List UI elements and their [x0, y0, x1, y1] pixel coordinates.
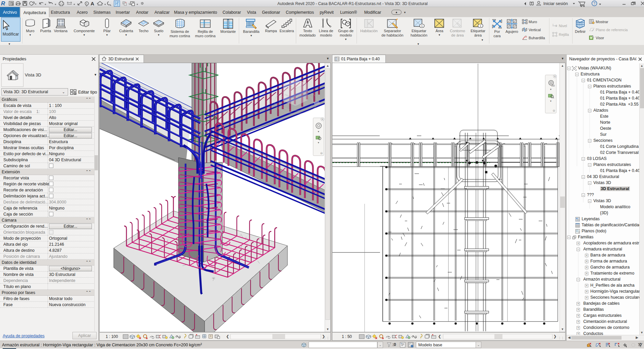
svg-text:1: 1: [480, 24, 481, 27]
svg-text:?: ?: [593, 1, 595, 5]
svg-text:2D: 2D: [551, 84, 555, 87]
svg-text:R: R: [1, 0, 5, 7]
svg-text:1: 1: [421, 24, 423, 27]
svg-text:Iniciar sesión: Iniciar sesión: [543, 1, 568, 6]
svg-text:A: A: [91, 1, 94, 6]
svg-text:1: 1: [552, 23, 554, 25]
svg-text:1: 1: [86, 2, 87, 5]
